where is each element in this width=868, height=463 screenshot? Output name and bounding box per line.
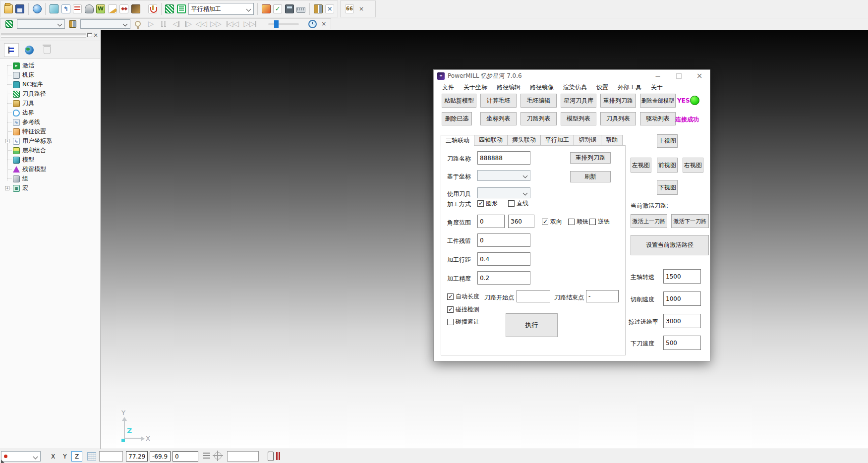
activate-next-button[interactable]: 激活下一刀路 xyxy=(671,214,709,228)
sim-play-button[interactable]: ▷ xyxy=(146,19,156,29)
sim-toolpath-button[interactable] xyxy=(3,18,15,30)
tree-item-model[interactable]: 模型 xyxy=(5,155,99,165)
shaded-view-button[interactable] xyxy=(32,3,42,15)
stock-remain-input[interactable] xyxy=(477,233,530,247)
slider-handle[interactable] xyxy=(274,20,279,28)
tab-recycle[interactable] xyxy=(40,43,55,57)
coord-list-button[interactable]: 坐标列表 xyxy=(480,112,517,125)
save-project-button[interactable] xyxy=(15,3,25,15)
tolerance-input[interactable] xyxy=(477,271,530,285)
use-tool-combo[interactable] xyxy=(477,187,530,198)
close-button[interactable] xyxy=(691,70,708,82)
calculator-button[interactable] xyxy=(285,3,294,15)
tree-item-macro[interactable]: +≡宏 xyxy=(5,183,99,193)
refresh-button[interactable]: 刷新 xyxy=(570,171,611,182)
view-right-button[interactable]: 右视图 xyxy=(683,158,703,173)
start-point-input[interactable] xyxy=(517,290,550,302)
toolpath-list-button[interactable]: 刀路列表 xyxy=(521,112,557,125)
sim-rewind-button[interactable]: ◁◁ xyxy=(196,19,207,29)
tab-4axis[interactable]: 四轴联动 xyxy=(474,135,508,145)
tree-item-boundary[interactable]: 边界 xyxy=(5,108,99,117)
tree-item-group[interactable]: 组 xyxy=(5,174,99,183)
tool-pair-button[interactable] xyxy=(313,3,323,15)
rearrange-toolpath-button[interactable]: 重排列刀路 xyxy=(600,94,636,108)
tree-item-nc-program[interactable]: NC程序 xyxy=(5,80,99,89)
tool-library-button[interactable]: 星河刀具库 xyxy=(561,94,596,108)
line-checkbox[interactable]: 直线 xyxy=(508,199,528,208)
tool-button[interactable] xyxy=(84,3,94,15)
tree-item-levels-sets[interactable]: 层和组合 xyxy=(5,146,99,155)
stepover-input[interactable] xyxy=(477,252,530,266)
sim-pause-button[interactable] xyxy=(158,19,169,29)
tab-parallel[interactable]: 平行加工 xyxy=(541,135,574,145)
grid-icon[interactable] xyxy=(87,452,96,461)
tree-item-activate[interactable]: ▸激活 xyxy=(5,61,99,70)
angle-from-input[interactable] xyxy=(477,215,505,228)
transform-button[interactable]: ⨯ xyxy=(325,3,335,15)
close-sim-toolbar-icon[interactable] xyxy=(320,20,328,27)
auto-length-checkbox[interactable]: 自动长度 xyxy=(447,292,479,301)
search-model-button[interactable]: 66 xyxy=(344,3,355,15)
view-front-button[interactable]: 前视图 xyxy=(657,158,678,173)
stock-model-button[interactable] xyxy=(131,3,141,15)
tab-web[interactable] xyxy=(22,43,37,57)
grid-size-input[interactable] xyxy=(99,451,123,462)
tab-explorer-tree[interactable] xyxy=(4,43,19,57)
coord-y-field[interactable] xyxy=(150,451,171,462)
tolerance-field[interactable] xyxy=(227,451,259,462)
resize-grip-icon[interactable] xyxy=(1,460,4,463)
conventional-checkbox[interactable]: 逆铣 xyxy=(589,218,610,226)
sim-step-back-button[interactable]: ◁ xyxy=(171,19,181,29)
cutting-speed-input[interactable] xyxy=(663,291,701,306)
measure-button[interactable] xyxy=(296,3,306,15)
tree-item-ucs[interactable]: +↳用户坐标系 xyxy=(5,136,99,146)
based-coord-combo[interactable] xyxy=(477,170,530,181)
sim-step-forward-button[interactable]: ▷ xyxy=(183,19,194,29)
sim-go-start-button[interactable]: ◁◁ xyxy=(225,19,240,29)
climb-checkbox[interactable]: 顺铣 xyxy=(568,218,588,226)
open-project-button[interactable] xyxy=(3,3,13,15)
spindle-speed-input[interactable] xyxy=(663,269,701,284)
view-left-button[interactable]: 左视图 xyxy=(631,158,651,173)
delete-all-models-button[interactable]: 删除全部模型 xyxy=(640,94,676,108)
sim-tool-combo[interactable] xyxy=(80,19,130,29)
expander-icon[interactable]: + xyxy=(5,186,9,190)
boundary-button[interactable]: W xyxy=(96,3,106,15)
tree-item-residual-model[interactable]: 残留模型 xyxy=(5,165,99,174)
coord-z-field[interactable] xyxy=(173,451,198,462)
tree-item-toolpath[interactable]: 刀具路径 xyxy=(5,89,99,99)
end-point-input[interactable] xyxy=(586,290,619,302)
strategy-combo[interactable]: 平行精加工 xyxy=(188,3,254,15)
delete-selected-button[interactable]: 删除已选 xyxy=(442,112,472,125)
paste-new-model-button[interactable]: 粘贴新模型 xyxy=(442,94,476,108)
tab-saw[interactable]: 切割锯 xyxy=(574,135,601,145)
rearrange-button[interactable]: 重排列刀路 xyxy=(570,152,611,164)
tree-item-reference[interactable]: ∿参考线 xyxy=(5,117,99,127)
sim-toolpath-combo[interactable] xyxy=(17,19,65,29)
toolpath-button[interactable] xyxy=(165,3,175,15)
plunge-speed-input[interactable] xyxy=(663,336,701,350)
sim-tool-button[interactable] xyxy=(67,18,78,30)
z-levels-button[interactable] xyxy=(72,3,82,15)
workplane-combo[interactable] xyxy=(1,451,41,462)
view-bottom-button[interactable]: 下视图 xyxy=(657,180,678,195)
create-block-button[interactable] xyxy=(49,3,59,15)
coord-x-field[interactable] xyxy=(126,451,148,462)
tree-item-feature-set[interactable]: 特征设置 xyxy=(5,127,99,136)
pattern-button[interactable] xyxy=(108,3,117,15)
model-list-button[interactable]: 模型列表 xyxy=(561,112,596,125)
strategy-list-button[interactable] xyxy=(176,3,186,15)
angle-to-input[interactable] xyxy=(508,215,534,228)
maximize-button[interactable] xyxy=(670,70,687,82)
drive-list-button[interactable]: 驱动列表 xyxy=(640,112,676,125)
axis-y-button[interactable]: Y xyxy=(59,451,70,462)
sim-light-button[interactable] xyxy=(132,18,144,30)
tab-3axis[interactable]: 三轴联动 xyxy=(441,135,474,146)
menu-external-tools[interactable]: 外部工具 xyxy=(618,83,641,92)
sim-go-end-button[interactable]: ▷▷ xyxy=(242,19,258,29)
tool-holder-button[interactable] xyxy=(148,3,158,15)
tree-item-machine[interactable]: 机床 xyxy=(5,70,99,80)
sim-speed-slider[interactable] xyxy=(268,23,299,25)
collision-avoid-checkbox[interactable]: 碰撞避让 xyxy=(447,318,479,326)
dialog-titlebar[interactable]: PowerMILL 忆梦星河 7.0.6 xyxy=(434,70,710,82)
